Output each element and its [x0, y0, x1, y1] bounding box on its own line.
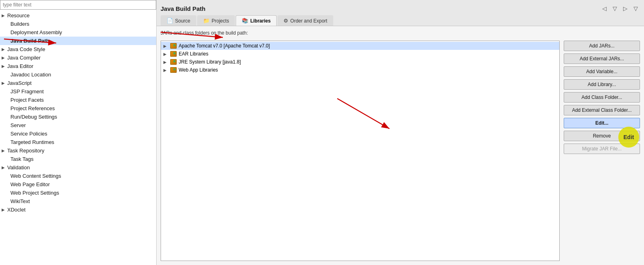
- sidebar-item-resource[interactable]: ▶Resource: [0, 11, 156, 20]
- lib-expand-arrow-icon: ▶: [163, 68, 168, 72]
- sidebar-item-label: Service Policies: [10, 131, 153, 137]
- sidebar-item-web-project-settings[interactable]: Web Project Settings: [0, 189, 156, 197]
- lib-label: Web App Libraries: [179, 67, 218, 73]
- sidebar-item-label: Web Content Settings: [10, 173, 153, 179]
- lib-book-icon: [170, 51, 177, 57]
- sidebar-item-java-editor[interactable]: ▶Java Editor: [0, 62, 156, 70]
- sidebar-item-task-repository[interactable]: ▶Task Repository: [0, 146, 156, 155]
- jars-label: JARs and class folders on the build path…: [161, 30, 640, 36]
- source-tab-icon: 📄: [167, 18, 173, 24]
- lib-book-icon: [170, 59, 177, 65]
- sidebar-item-javadoc-location[interactable]: Javadoc Location: [0, 70, 156, 79]
- expand-arrow-icon: ▶: [2, 47, 7, 51]
- migrate-jar-button: Migrate JAR File...: [564, 144, 640, 154]
- order-export-tab-icon: ⚙: [283, 18, 288, 24]
- expand-arrow-icon: ▶: [2, 13, 7, 18]
- libraries-list: ▶Apache Tomcat v7.0 [Apache Tomcat v7.0]…: [161, 41, 560, 261]
- sidebar-item-java-compiler[interactable]: ▶Java Compiler: [0, 53, 156, 62]
- add-jars-button[interactable]: Add JARs...: [564, 41, 640, 51]
- nav-prev-btn[interactable]: ◁: [600, 4, 609, 13]
- sidebar-item-label: Server: [10, 122, 153, 128]
- lib-item-tomcat[interactable]: ▶Apache Tomcat v7.0 [Apache Tomcat v7.0]: [161, 42, 559, 50]
- tab-order-export[interactable]: ⚙Order and Export: [277, 15, 333, 26]
- libraries-tab-icon: 📚: [242, 18, 248, 24]
- sidebar-list: ▶ResourceBuildersDeployment AssemblyJava…: [0, 10, 156, 265]
- tab-label: Source: [175, 18, 190, 24]
- expand-arrow-icon: ▶: [2, 165, 7, 170]
- sidebar-item-label: Validation: [7, 164, 153, 171]
- lib-item-jre-system[interactable]: ▶JRE System Library [java1.8]: [161, 58, 559, 66]
- sidebar-item-label: Java Build Path: [10, 38, 153, 44]
- lib-book-icon: [170, 67, 177, 73]
- lib-expand-arrow-icon: ▶: [163, 60, 168, 64]
- tabs-row: 📄Source📁Projects📚Libraries⚙Order and Exp…: [161, 15, 640, 26]
- sidebar-item-label: Javadoc Location: [10, 72, 153, 78]
- tab-label: Libraries: [250, 18, 271, 24]
- lib-expand-arrow-icon: ▶: [163, 52, 168, 56]
- sidebar-item-label: Run/Debug Settings: [10, 114, 153, 120]
- sidebar-item-server[interactable]: Server: [0, 121, 156, 129]
- sidebar-item-xdoclet[interactable]: ▶XDoclet: [0, 205, 156, 214]
- sidebar-item-javascript[interactable]: ▶JavaScript: [0, 79, 156, 87]
- expand-arrow-icon: ▶: [2, 148, 7, 153]
- header-icons: ◁ ▽ ▷ ▽: [600, 4, 640, 13]
- tab-label: Projects: [212, 18, 229, 24]
- lib-item-web-app-libs[interactable]: ▶Web App Libraries: [161, 66, 559, 74]
- filter-input[interactable]: [0, 0, 156, 10]
- sidebar-item-label: Resource: [7, 12, 153, 18]
- tab-label: Order and Export: [290, 18, 327, 24]
- sidebar-item-java-code-style[interactable]: ▶Java Code Style: [0, 45, 156, 53]
- tab-source[interactable]: 📄Source: [161, 15, 196, 26]
- lib-expand-arrow-icon: ▶: [163, 44, 168, 48]
- sidebar-item-label: Java Editor: [7, 63, 153, 69]
- sidebar-item-label: XDoclet: [7, 207, 153, 213]
- add-external-jars-button[interactable]: Add External JARs...: [564, 53, 640, 64]
- lib-label: EAR Libraries: [179, 51, 208, 57]
- lib-book-icon: [170, 43, 177, 49]
- page-title: Java Build Path: [161, 5, 206, 12]
- edit-button[interactable]: Edit...: [564, 118, 640, 128]
- lib-label: Apache Tomcat v7.0 [Apache Tomcat v7.0]: [179, 43, 270, 49]
- sidebar-item-web-content-settings[interactable]: Web Content Settings: [0, 172, 156, 180]
- buttons-panel: Add JARs...Add External JARs...Add Varia…: [564, 41, 640, 261]
- sidebar-item-label: Task Tags: [10, 156, 153, 162]
- tab-projects[interactable]: 📁Projects: [197, 15, 235, 26]
- sidebar-item-service-policies[interactable]: Service Policies: [0, 129, 156, 138]
- tab-libraries[interactable]: 📚Libraries: [236, 15, 277, 26]
- sidebar-item-targeted-runtimes[interactable]: Targeted Runtimes: [0, 138, 156, 146]
- expand-arrow-icon: ▶: [2, 207, 7, 212]
- sidebar-item-project-references[interactable]: Project References: [0, 104, 156, 113]
- add-class-folder-button[interactable]: Add Class Folder...: [564, 92, 640, 103]
- sidebar-item-project-facets[interactable]: Project Facets: [0, 96, 156, 104]
- sidebar-item-run-debug-settings[interactable]: Run/Debug Settings: [0, 113, 156, 121]
- add-variable-button[interactable]: Add Variable...: [564, 66, 640, 77]
- sidebar-item-label: WikiText: [10, 198, 153, 204]
- nav-down-btn[interactable]: ▽: [610, 4, 619, 13]
- lib-item-ear-libs[interactable]: ▶EAR Libraries: [161, 50, 559, 58]
- add-external-class-folder-button[interactable]: Add External Class Folder...: [564, 105, 640, 115]
- sidebar-item-label: Java Code Style: [7, 46, 153, 52]
- remove-button[interactable]: Remove: [564, 131, 640, 141]
- expand-arrow-icon: ▶: [2, 55, 7, 60]
- sidebar-item-deployment-assembly[interactable]: Deployment Assembly: [0, 28, 156, 37]
- sidebar-item-builders[interactable]: Builders: [0, 20, 156, 28]
- sidebar-item-wikitext[interactable]: WikiText: [0, 197, 156, 205]
- sidebar-item-web-page-editor[interactable]: Web Page Editor: [0, 180, 156, 189]
- nav-next-btn[interactable]: ▷: [621, 4, 630, 13]
- nav-down2-btn[interactable]: ▽: [631, 4, 640, 13]
- sidebar-item-label: JavaScript: [7, 80, 153, 86]
- add-library-button[interactable]: Add Library...: [564, 79, 640, 90]
- lib-label: JRE System Library [java1.8]: [179, 59, 241, 65]
- projects-tab-icon: 📁: [203, 18, 210, 24]
- sidebar-item-task-tags[interactable]: Task Tags: [0, 155, 156, 163]
- sidebar-item-jsp-fragment[interactable]: JSP Fragment: [0, 87, 156, 96]
- sidebar-item-java-build-path[interactable]: Java Build Path: [0, 37, 156, 45]
- expand-arrow-icon: ▶: [2, 81, 7, 85]
- expand-arrow-icon: ▶: [2, 64, 7, 68]
- sidebar-item-label: Java Compiler: [7, 55, 153, 61]
- sidebar-item-label: Web Project Settings: [10, 190, 153, 196]
- sidebar-item-label: JSP Fragment: [10, 88, 153, 94]
- main-header: Java Build Path ◁ ▽ ▷ ▽ 📄Source📁Projects…: [157, 0, 644, 26]
- sidebar-item-validation[interactable]: ▶Validation: [0, 163, 156, 172]
- sidebar-item-label: Targeted Runtimes: [10, 139, 153, 145]
